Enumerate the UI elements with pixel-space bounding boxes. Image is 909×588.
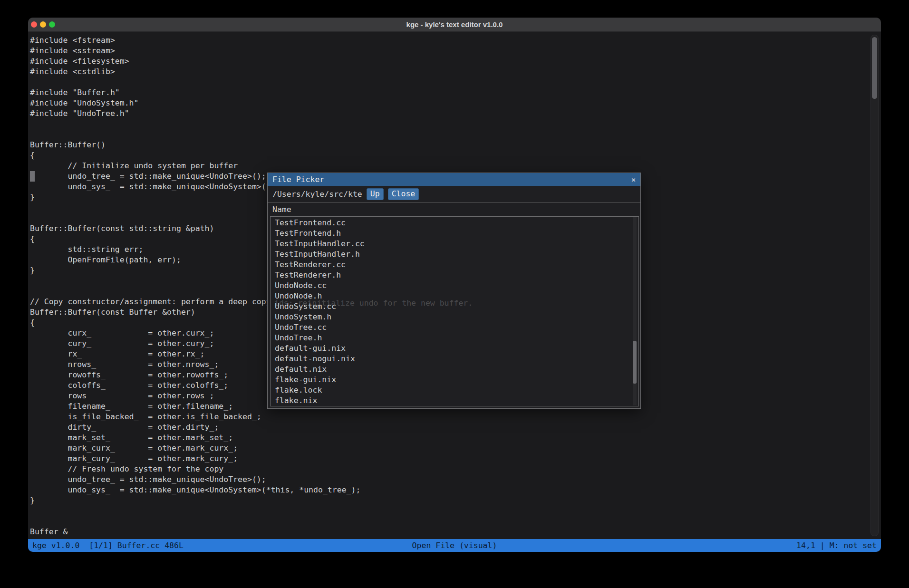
file-list-item[interactable]: default-nogui.nix — [271, 354, 638, 364]
up-button[interactable]: Up — [367, 188, 384, 200]
file-list-item[interactable]: UndoNode.h — [271, 291, 638, 301]
file-list-item[interactable]: flake.lock — [271, 385, 638, 395]
window-title: kge - kyle's text editor v1.0.0 — [28, 20, 881, 29]
editor-scrollbar-track[interactable] — [870, 35, 879, 536]
file-picker-dialog: File Picker ✕ /Users/kyle/src/kte Up Clo… — [267, 173, 641, 409]
minimize-window-button[interactable] — [40, 21, 46, 28]
path-row: /Users/kyle/src/kte Up Close — [268, 186, 640, 203]
file-list-item[interactable]: TestRenderer.cc — [271, 260, 638, 270]
status-left: kge v1.0.0 [1/1] Buffer.cc 486L — [32, 541, 412, 550]
close-dialog-icon[interactable]: ✕ — [631, 175, 636, 184]
file-list-item[interactable]: TestInputHandler.h — [271, 249, 638, 260]
file-list-item[interactable]: UndoTree.cc — [271, 322, 638, 333]
file-list-item[interactable]: TestFrontend.h — [271, 228, 638, 239]
traffic-lights — [31, 21, 55, 28]
file-list-item[interactable]: UndoTree.h — [271, 333, 638, 343]
file-picker-title: File Picker — [272, 175, 324, 184]
file-list-item[interactable]: flake-gui.nix — [271, 375, 638, 385]
file-list-scrollbar-thumb[interactable] — [633, 341, 637, 384]
name-column-header: Name — [268, 203, 296, 216]
file-list-scrollbar-track[interactable] — [633, 217, 637, 405]
text-cursor — [30, 171, 35, 182]
zoom-window-button[interactable] — [49, 21, 55, 28]
current-path: /Users/kyle/src/kte — [272, 190, 362, 199]
file-list-item[interactable]: UndoSystem.cc — [271, 301, 638, 312]
status-bar: kge v1.0.0 [1/1] Buffer.cc 486L Open Fil… — [28, 539, 881, 552]
file-list-item[interactable]: default.nix — [271, 364, 638, 375]
window-titlebar[interactable]: kge - kyle's text editor v1.0.0 — [28, 18, 881, 32]
close-window-button[interactable] — [31, 21, 37, 28]
file-list-item[interactable]: TestInputHandler.cc — [271, 239, 638, 249]
status-right: 14,1 | M: not set — [497, 541, 877, 550]
file-list: TestFrontend.cc TestFrontend.h TestInput… — [270, 216, 639, 406]
file-list-item[interactable]: UndoNode.cc — [271, 280, 638, 291]
file-list-item[interactable]: flake.nix — [271, 395, 638, 406]
close-button[interactable]: Close — [388, 188, 419, 200]
editor-window: kge - kyle's text editor v1.0.0 #include… — [28, 18, 881, 552]
file-list-item[interactable]: default-gui.nix — [271, 343, 638, 354]
file-list-item[interactable]: TestRenderer.h — [271, 270, 638, 280]
editor-scrollbar-thumb[interactable] — [872, 37, 877, 99]
file-picker-titlebar[interactable]: File Picker ✕ — [268, 173, 640, 186]
file-list-item[interactable]: UndoSystem.h — [271, 312, 638, 322]
status-center: Open File (visual) — [412, 541, 497, 550]
file-list-item[interactable]: TestFrontend.cc — [271, 218, 638, 228]
